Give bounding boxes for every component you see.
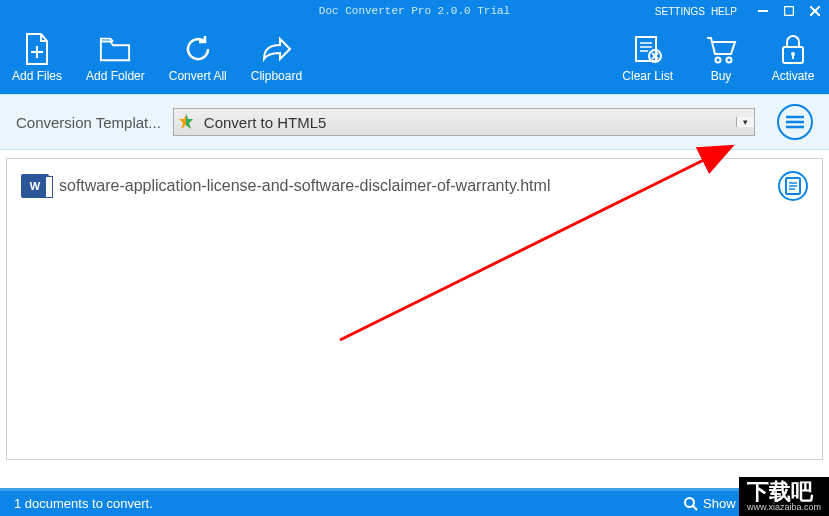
activate-label: Activate — [772, 69, 815, 83]
share-arrow-icon — [260, 33, 292, 65]
buy-button[interactable]: Buy — [697, 33, 745, 83]
close-button[interactable] — [809, 5, 821, 17]
folder-icon — [99, 33, 131, 65]
file-plus-icon — [21, 33, 53, 65]
watermark: 下载吧 www.xiazaiba.com — [739, 477, 829, 516]
template-bar: Conversion Templat... Convert to HTML5 ▾ — [0, 94, 829, 150]
word-document-icon: W — [21, 174, 49, 198]
watermark-url: www.xiazaiba.com — [747, 503, 821, 512]
activate-button[interactable]: Activate — [769, 33, 817, 83]
file-row[interactable]: W software-application-license-and-softw… — [21, 171, 808, 201]
convert-all-button[interactable]: Convert All — [169, 33, 227, 83]
minimize-button[interactable] — [757, 5, 769, 17]
svg-point-13 — [716, 58, 721, 63]
convert-all-label: Convert All — [169, 69, 227, 83]
search-icon — [684, 497, 698, 511]
file-list: W software-application-license-and-softw… — [6, 158, 823, 460]
template-dropdown[interactable]: Convert to HTML5 ▾ — [173, 108, 755, 136]
clear-list-label: Clear List — [622, 69, 673, 83]
hamburger-icon — [786, 115, 804, 129]
template-selected-text: Convert to HTML5 — [198, 114, 736, 131]
clipboard-label: Clipboard — [251, 69, 302, 83]
maximize-button[interactable] — [783, 5, 795, 17]
star-icon — [174, 114, 198, 130]
statusbar: 1 documents to convert. Show Log | Auto — [0, 488, 829, 516]
svg-point-26 — [685, 498, 694, 507]
main-toolbar: Add Files Add Folder Convert All Clipboa… — [0, 22, 829, 94]
titlebar: Doc Converter Pro 2.0.0 Trial SETTINGS H… — [0, 0, 829, 22]
svg-point-14 — [727, 58, 732, 63]
chevron-down-icon: ▾ — [736, 117, 754, 127]
file-name: software-application-license-and-softwar… — [59, 177, 550, 195]
app-title: Doc Converter Pro 2.0.0 Trial — [319, 5, 510, 17]
add-files-label: Add Files — [12, 69, 62, 83]
refresh-icon — [182, 33, 214, 65]
list-clear-icon — [632, 33, 664, 65]
add-folder-button[interactable]: Add Folder — [86, 33, 145, 83]
buy-label: Buy — [711, 69, 732, 83]
document-icon — [785, 177, 801, 195]
add-files-button[interactable]: Add Files — [12, 33, 62, 83]
watermark-text: 下载吧 — [747, 481, 821, 503]
file-action-button[interactable] — [778, 171, 808, 201]
clipboard-button[interactable]: Clipboard — [251, 33, 302, 83]
help-link[interactable]: HELP — [711, 6, 737, 17]
cart-icon — [705, 33, 737, 65]
svg-rect-1 — [785, 7, 794, 16]
lock-icon — [777, 33, 809, 65]
add-folder-label: Add Folder — [86, 69, 145, 83]
status-count: 1 documents to convert. — [14, 496, 153, 511]
svg-line-27 — [693, 506, 697, 510]
settings-link[interactable]: SETTINGS — [655, 6, 705, 17]
template-label: Conversion Templat... — [16, 114, 161, 131]
template-menu-button[interactable] — [777, 104, 813, 140]
clear-list-button[interactable]: Clear List — [622, 33, 673, 83]
